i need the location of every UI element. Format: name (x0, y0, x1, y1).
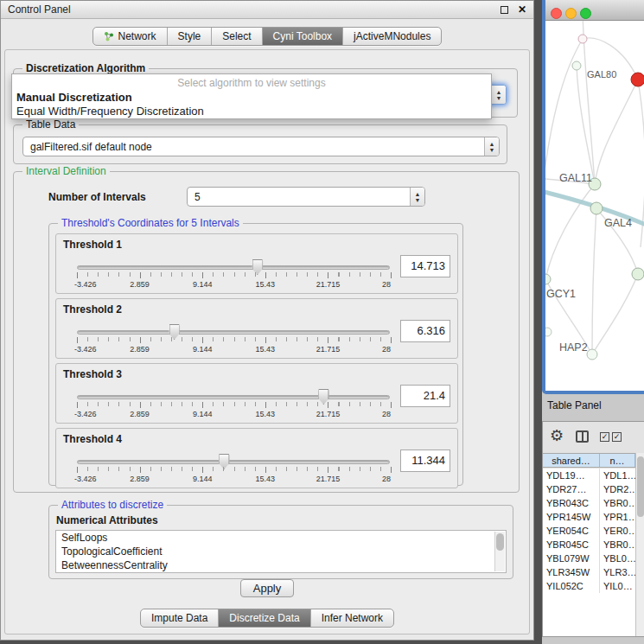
interval-definition-group: Interval Definition Number of Intervals … (13, 171, 520, 493)
network-node[interactable] (545, 274, 551, 284)
tick-label: 15.43 (256, 410, 276, 418)
dropdown-item-manual-discretization[interactable]: Manual Discretization (12, 91, 491, 105)
table-cell: YBR045C (543, 538, 600, 552)
network-window-titlebar[interactable] (545, 0, 644, 21)
scrollbar-thumb[interactable] (496, 533, 504, 551)
tick-label: 2.859 (130, 475, 150, 483)
table-cell: YBR0… (600, 496, 635, 510)
number-of-intervals-spinner[interactable]: 5 ▲▼ (187, 187, 425, 207)
spinner-stepper-icon[interactable]: ▲▼ (410, 188, 424, 206)
major-tick (391, 402, 392, 408)
minimize-traffic-light-icon[interactable] (565, 8, 577, 19)
checkbox-icon[interactable]: ✓ (600, 432, 609, 442)
apply-button[interactable]: Apply (240, 579, 295, 597)
network-canvas[interactable]: GAL80 GAL11 GAL4 GCY1 HAP2 (545, 21, 644, 391)
table-row[interactable]: YBR043CYBR0… (543, 496, 635, 510)
network-node[interactable] (545, 328, 552, 336)
major-tick (265, 402, 266, 408)
column-header-shared-name[interactable]: shared… (543, 454, 600, 467)
threshold-value-field[interactable]: 14.713 (400, 255, 450, 277)
list-item[interactable]: SelfLoops (56, 531, 506, 545)
network-graph[interactable]: GAL80 GAL11 GAL4 GCY1 HAP2 (545, 21, 644, 387)
table-row[interactable]: YER054CYER0… (543, 524, 635, 538)
top-tabbar: Network Style Select Cyni Toolbox jActiv… (1, 27, 533, 46)
dropdown-item-equal-width-frequency[interactable]: Equal Width/Frequency Discretization (12, 105, 491, 118)
table-row[interactable]: YDR27…YDR2… (543, 482, 635, 496)
maximize-traffic-light-icon[interactable] (580, 8, 591, 19)
close-traffic-light-icon[interactable] (551, 8, 562, 19)
scrollbar-thumb[interactable] (637, 456, 644, 517)
network-node[interactable] (590, 202, 603, 214)
column-header-name[interactable]: n… (600, 454, 635, 467)
tab-impute-data[interactable]: Impute Data (141, 609, 218, 627)
tab-label: jActiveMNodules (354, 30, 430, 42)
major-tick (391, 272, 392, 278)
table-cell: YBL0… (600, 552, 635, 565)
tab-style[interactable]: Style (167, 28, 212, 45)
table-cell: YBR043C (543, 496, 600, 510)
checkbox-icon[interactable]: ✓ (612, 432, 622, 442)
tab-network[interactable]: Network (93, 28, 167, 45)
tick-label: 2.859 (130, 410, 150, 418)
tab-jactivemnodules[interactable]: jActiveMNodules (342, 28, 441, 45)
major-tick (391, 467, 392, 473)
table-row[interactable]: YDL19…YDL1… (543, 469, 635, 482)
tick-label: 21.715 (316, 410, 341, 418)
list-scrollbar[interactable] (494, 532, 505, 571)
threshold-value-field[interactable]: 6.316 (400, 320, 450, 342)
table-row[interactable]: YLR345WYLR3… (543, 565, 635, 579)
threshold-slider[interactable]: -3.4262.8599.14415.4321.71528 (75, 330, 392, 354)
combobox-stepper-icon[interactable]: ▲▼ (484, 137, 499, 156)
table-panel-title: Table Panel (547, 399, 602, 411)
gear-icon[interactable]: ⚙ (550, 427, 564, 444)
bottom-tab-group: Impute Data Discretize Data Infer Networ… (140, 609, 394, 628)
columns-icon[interactable] (576, 430, 589, 443)
tab-infer-network[interactable]: Infer Network (310, 609, 393, 627)
major-tick (77, 402, 78, 408)
tick-label: 9.144 (193, 280, 213, 289)
table-row[interactable]: YBL079WYBL0… (543, 552, 635, 565)
titlebar[interactable]: Control Panel ✕ (1, 1, 533, 19)
network-node[interactable] (572, 61, 581, 70)
tab-cyni-toolbox[interactable]: Cyni Toolbox (262, 28, 342, 45)
tick-label: -3.426 (74, 280, 97, 289)
network-node[interactable] (587, 349, 597, 360)
slider-track[interactable] (77, 265, 390, 270)
tick-label: 15.43 (256, 475, 276, 483)
tick-label: -3.426 (74, 345, 97, 354)
tab-select[interactable]: Select (211, 28, 261, 45)
table-row[interactable]: YPR145WYPR1… (543, 510, 635, 524)
network-node-selected-red[interactable] (631, 73, 644, 86)
table-data-combobox[interactable]: galFiltered.sif default node ▲▼ (22, 137, 500, 156)
slider-track[interactable] (77, 395, 390, 399)
threshold-value-field[interactable]: 21.4 (400, 385, 450, 407)
minimize-icon[interactable] (501, 6, 508, 14)
tick-label: 21.715 (316, 345, 341, 354)
slider-track[interactable] (77, 330, 390, 335)
major-tick (328, 467, 328, 473)
list-item[interactable]: TopologicalCoefficient (56, 545, 506, 558)
numerical-attributes-list[interactable]: SelfLoopsTopologicalCoefficientBetweenne… (55, 530, 507, 573)
slider-track[interactable] (77, 460, 390, 464)
major-tick (140, 402, 141, 408)
table-row[interactable]: YIL052CYIL0… (543, 579, 635, 593)
close-icon[interactable]: ✕ (518, 5, 526, 14)
tab-discretize-data[interactable]: Discretize Data (218, 609, 309, 627)
major-tick (77, 272, 78, 278)
threshold-2-box: Threshold 2 -3.4262.8599.14415.4321.7152… (55, 298, 458, 359)
tick-label: 28 (382, 345, 391, 354)
algorithm-dropdown-popup: Select algorithm to view settings Manual… (11, 73, 492, 119)
threshold-value-field[interactable]: 11.344 (400, 450, 450, 472)
threshold-slider[interactable]: -3.4262.8599.14415.4321.71528 (75, 395, 392, 419)
table-scrollbar[interactable] (635, 453, 644, 636)
table-cell: YDL19… (543, 469, 600, 482)
network-node[interactable] (578, 35, 587, 43)
list-item[interactable]: BetweennessCentrality (56, 558, 506, 572)
network-node[interactable] (632, 268, 644, 280)
tick-label: 9.144 (193, 475, 213, 483)
threshold-slider[interactable]: -3.4262.8599.14415.4321.71528 (75, 265, 392, 290)
threshold-slider[interactable]: -3.4262.8599.14415.4321.71528 (75, 460, 392, 484)
combobox-stepper-icon[interactable]: ▲▼ (491, 86, 506, 104)
node-label: GCY1 (546, 288, 576, 300)
table-row[interactable]: YBR045CYBR0… (543, 538, 635, 552)
